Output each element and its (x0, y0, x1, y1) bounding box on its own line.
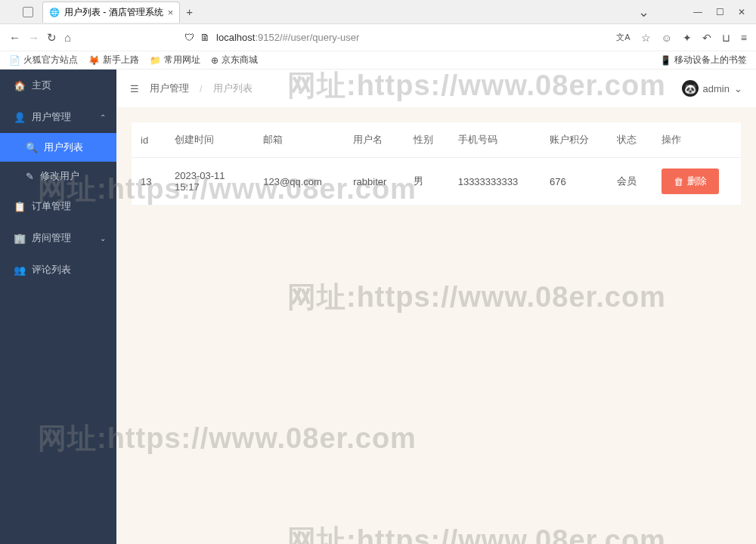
cell-points: 676 (541, 158, 608, 206)
browser-tab[interactable]: 🌐 用户列表 - 酒店管理系统 × (42, 2, 180, 23)
clipboard-icon: 📋 (14, 201, 26, 212)
bookmark-item[interactable]: 📄 火狐官方站点 (9, 54, 78, 66)
bookmark-star-icon[interactable]: ☆ (641, 32, 651, 44)
col-id: id (132, 122, 166, 158)
sidebar-item-room-mgmt[interactable]: 🏢 房间管理 ⌄ (0, 222, 116, 254)
col-gender: 性别 (404, 122, 449, 158)
sidebar-item-home[interactable]: 🏠 主页 (0, 70, 116, 101)
col-phone: 手机号码 (449, 122, 541, 158)
globe-icon: 🌐 (49, 8, 60, 17)
dashboard-icon: 🏢 (14, 233, 26, 244)
col-status: 状态 (608, 122, 652, 158)
trash-icon: 🗑 (674, 176, 683, 187)
table-row: 13 2023-03-11 15:17 123@qq.com rabbiter … (132, 158, 741, 206)
home-icon: 🏠 (14, 80, 26, 91)
sidebar-item-comments[interactable]: 👥 评论列表 (0, 254, 116, 286)
bookmarks-bar: 📄 火狐官方站点 🦊 新手上路 📁 常用网址 ⊕ 京东商城 📱 移动设备上的书签 (0, 51, 756, 70)
sidebar: 🏠 主页 👤 用户管理 ⌃ 🔍 用户列表 ✎ 修改用户 📋 订单管理 🏢 房间管… (0, 70, 116, 544)
chevron-up-icon: ⌃ (100, 113, 106, 122)
browser-tab-strip: 🌐 用户列表 - 酒店管理系统 × + ⌄ — ☐ ✕ (0, 0, 756, 24)
sidebar-item-user-mgmt[interactable]: 👤 用户管理 ⌃ (0, 101, 116, 133)
cell-created: 2023-03-11 15:17 (166, 158, 254, 206)
col-username: 用户名 (344, 122, 404, 158)
col-ops: 操作 (652, 122, 741, 158)
sidebar-label: 用户管理 (32, 110, 71, 124)
workspace-icon[interactable] (23, 7, 33, 17)
translate-icon[interactable]: 文A (616, 32, 630, 44)
col-created: 创建时间 (166, 122, 254, 158)
account-icon[interactable]: ☺ (662, 32, 672, 44)
user-icon: 👤 (14, 112, 26, 123)
chevron-down-icon: ⌄ (100, 234, 106, 243)
user-menu[interactable]: 🐼 admin ⌄ (682, 80, 742, 97)
minimize-icon[interactable]: — (693, 7, 702, 17)
col-points: 账户积分 (541, 122, 608, 158)
bookmark-item[interactable]: ⊕ 京东商城 (211, 54, 258, 66)
cell-gender: 男 (404, 158, 449, 206)
sidebar-label: 修改用户 (40, 169, 79, 183)
reload-button[interactable]: ↻ (47, 31, 57, 45)
page-info-icon[interactable]: 🗎 (200, 32, 210, 43)
cell-status: 会员 (608, 158, 652, 206)
avatar: 🐼 (682, 80, 699, 97)
menu-icon[interactable]: ≡ (741, 32, 747, 44)
cell-email: 123@qq.com (254, 158, 344, 206)
sidebar-label: 订单管理 (32, 199, 71, 213)
cell-id: 13 (132, 158, 166, 206)
extensions-icon[interactable]: ✦ (683, 32, 692, 44)
user-table: id 创建时间 邮箱 用户名 性别 手机号码 账户积分 状态 操作 (132, 122, 741, 206)
users-icon: 👥 (14, 264, 26, 276)
sidebar-item-edit-user[interactable]: ✎ 修改用户 (0, 162, 116, 190)
close-window-icon[interactable]: ✕ (738, 7, 745, 17)
home-button[interactable]: ⌂ (64, 31, 71, 44)
forward-button: → (28, 31, 39, 44)
maximize-icon[interactable]: ☐ (716, 7, 724, 17)
shield-icon[interactable]: 🛡 (184, 32, 194, 43)
sidebar-label: 用户列表 (44, 141, 83, 154)
search-icon: 🔍 (26, 142, 38, 153)
back-button[interactable]: ← (9, 31, 20, 44)
cell-username: rabbiter (344, 158, 404, 206)
close-icon[interactable]: × (168, 7, 174, 18)
downloads-icon[interactable]: ⊔ (722, 32, 730, 44)
chevron-down-icon: ⌄ (734, 83, 742, 94)
edit-icon: ✎ (26, 171, 34, 182)
bookmark-item[interactable]: 🦊 新手上路 (88, 54, 139, 66)
col-email: 邮箱 (254, 122, 344, 158)
cell-phone: 13333333333 (449, 158, 541, 206)
history-icon[interactable]: ↶ (702, 32, 711, 44)
sidebar-item-order-mgmt[interactable]: 📋 订单管理 (0, 190, 116, 222)
collapse-sidebar-icon[interactable]: ☰ (130, 83, 139, 94)
sidebar-label: 主页 (32, 79, 51, 92)
mobile-bookmarks[interactable]: 📱 移动设备上的书签 (660, 54, 747, 66)
sidebar-label: 房间管理 (32, 231, 71, 245)
bookmark-item[interactable]: 📁 常用网址 (150, 54, 200, 66)
browser-toolbar: ← → ↻ ⌂ 🛡 🗎 localhost:9152/#/user/query-… (0, 24, 756, 51)
chevron-down-icon[interactable]: ⌄ (638, 4, 649, 20)
tab-title: 用户列表 - 酒店管理系统 (64, 6, 163, 19)
new-tab-button[interactable]: + (186, 5, 193, 18)
user-table-card: id 创建时间 邮箱 用户名 性别 手机号码 账户积分 状态 操作 (132, 122, 741, 206)
delete-button[interactable]: 🗑 删除 (662, 168, 719, 194)
address-bar[interactable]: 🛡 🗎 localhost:9152/#/user/query-user (184, 32, 609, 43)
top-bar: ☰ 用户管理 / 用户列表 🐼 admin ⌄ (116, 70, 756, 107)
sidebar-item-user-list[interactable]: 🔍 用户列表 (0, 133, 116, 162)
breadcrumb-current: 用户列表 (213, 82, 253, 95)
username: admin (703, 83, 730, 94)
sidebar-label: 评论列表 (32, 263, 71, 277)
breadcrumb-parent[interactable]: 用户管理 (150, 82, 189, 95)
